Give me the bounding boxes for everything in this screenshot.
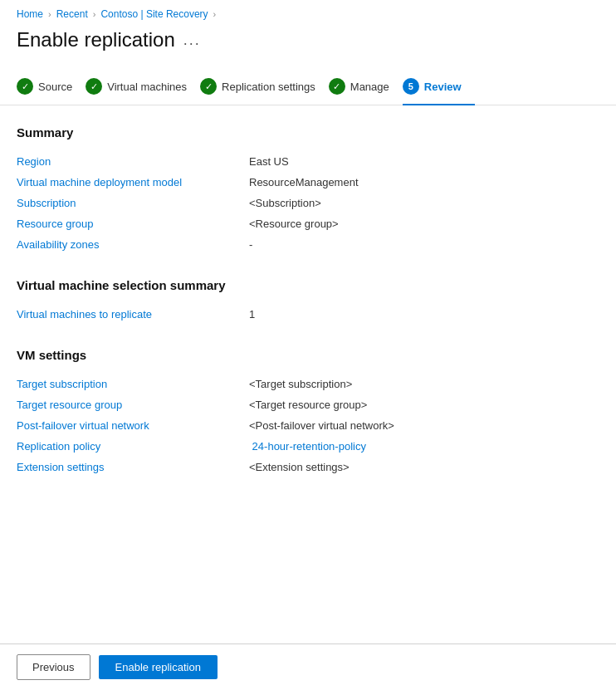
steps-bar: ✓ Source ✓ Virtual machines ✓ Replicatio… — [0, 68, 616, 105]
breadcrumb-sep-3: › — [213, 9, 217, 19]
summary-row-region: Region East US — [17, 151, 599, 172]
summary-label-region[interactable]: Region — [17, 155, 249, 168]
summary-section: Summary Region East US Virtual machine d… — [17, 125, 599, 255]
vm-settings-table: Target subscription <Target subscription… — [17, 374, 599, 477]
summary-label-deploy-model[interactable]: Virtual machine deployment model — [17, 176, 249, 188]
summary-value-resource-group: <Resource group> — [249, 218, 339, 230]
step-source-check-icon: ✓ — [17, 78, 33, 95]
vm-selection-row-count: Virtual machines to replicate 1 — [17, 304, 599, 325]
vm-settings-label-policy[interactable]: Replication policy — [17, 440, 249, 453]
vm-settings-label-extension[interactable]: Extension settings — [17, 461, 249, 473]
breadcrumb-contoso[interactable]: Contoso | Site Recovery — [100, 8, 208, 20]
summary-row-resource-group: Resource group <Resource group> — [17, 213, 599, 234]
vm-settings-value-policy[interactable]: 24-hour-retention-policy — [249, 440, 366, 453]
summary-value-availability-zones: - — [249, 238, 252, 251]
vm-settings-value-extension: <Extension settings> — [249, 461, 350, 473]
breadcrumb-home[interactable]: Home — [17, 8, 43, 20]
summary-value-region: East US — [249, 155, 289, 168]
summary-row-availability-zones: Availability zones - — [17, 234, 599, 255]
enable-replication-button[interactable]: Enable replication — [99, 655, 218, 679]
step-vms-check-icon: ✓ — [86, 78, 102, 95]
step-review[interactable]: 5 Review — [403, 68, 475, 105]
step-manage[interactable]: ✓ Manage — [329, 68, 403, 105]
vm-settings-label-target-sub[interactable]: Target subscription — [17, 378, 249, 390]
step-review-label: Review — [424, 81, 462, 93]
breadcrumb-sep-1: › — [48, 9, 51, 19]
vm-selection-value-count: 1 — [249, 308, 255, 321]
vm-settings-row-vnet: Post-failover virtual network <Post-fail… — [17, 415, 599, 436]
vm-selection-label-count[interactable]: Virtual machines to replicate — [17, 308, 249, 321]
step-manage-check-icon: ✓ — [329, 78, 345, 95]
step-manage-label: Manage — [350, 81, 389, 93]
breadcrumb: Home › Recent › Contoso | Site Recovery … — [0, 0, 616, 25]
summary-heading: Summary — [17, 125, 599, 139]
vm-settings-row-target-rg: Target resource group <Target resource g… — [17, 394, 599, 415]
summary-row-deploy-model: Virtual machine deployment model Resourc… — [17, 172, 599, 193]
step-rep-check-icon: ✓ — [200, 78, 217, 95]
breadcrumb-recent[interactable]: Recent — [56, 8, 88, 20]
summary-value-deploy-model: ResourceManagement — [249, 176, 359, 188]
vm-settings-label-target-rg[interactable]: Target resource group — [17, 399, 249, 411]
previous-button[interactable]: Previous — [17, 654, 90, 680]
vm-settings-section: VM settings Target subscription <Target … — [17, 348, 599, 477]
step-source[interactable]: ✓ Source — [17, 68, 86, 105]
summary-table: Region East US Virtual machine deploymen… — [17, 151, 599, 255]
vm-settings-heading: VM settings — [17, 348, 599, 362]
footer-bar: Previous Enable replication — [0, 644, 616, 690]
main-content: Summary Region East US Virtual machine d… — [0, 125, 616, 477]
vm-selection-heading: Virtual machine selection summary — [17, 278, 599, 292]
breadcrumb-sep-2: › — [93, 9, 96, 19]
summary-label-availability-zones[interactable]: Availability zones — [17, 238, 249, 251]
step-rep-label: Replication settings — [222, 81, 315, 93]
page-title-menu-button[interactable]: ... — [183, 32, 201, 49]
step-virtual-machines[interactable]: ✓ Virtual machines — [86, 68, 200, 105]
vm-settings-value-target-rg: <Target resource group> — [249, 399, 367, 411]
vm-settings-value-vnet: <Post-failover virtual network> — [249, 419, 394, 432]
step-replication-settings[interactable]: ✓ Replication settings — [200, 68, 329, 105]
step-review-number: 5 — [403, 78, 419, 95]
vm-selection-table: Virtual machines to replicate 1 — [17, 304, 599, 325]
page-title-row: Enable replication ... — [0, 25, 616, 68]
page-title: Enable replication — [17, 28, 175, 51]
step-source-label: Source — [38, 81, 72, 93]
vm-settings-row-target-sub: Target subscription <Target subscription… — [17, 374, 599, 394]
vm-settings-value-target-sub: <Target subscription> — [249, 378, 352, 390]
vm-selection-section: Virtual machine selection summary Virtua… — [17, 278, 599, 325]
step-vms-label: Virtual machines — [107, 81, 187, 93]
vm-settings-row-policy: Replication policy 24-hour-retention-pol… — [17, 436, 599, 457]
vm-settings-label-vnet[interactable]: Post-failover virtual network — [17, 419, 249, 432]
summary-label-resource-group[interactable]: Resource group — [17, 218, 249, 230]
summary-label-subscription[interactable]: Subscription — [17, 197, 249, 209]
vm-settings-row-extension: Extension settings <Extension settings> — [17, 457, 599, 477]
summary-row-subscription: Subscription <Subscription> — [17, 193, 599, 213]
summary-value-subscription: <Subscription> — [249, 197, 321, 209]
